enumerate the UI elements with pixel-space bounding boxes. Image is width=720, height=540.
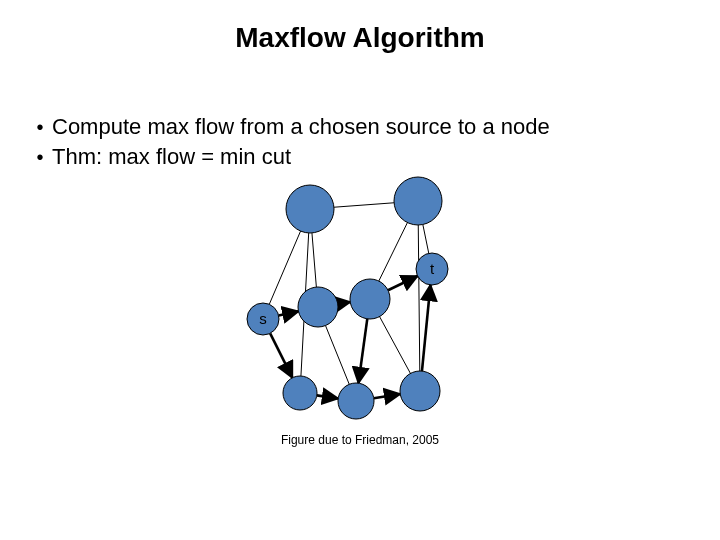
- graph-edge: [380, 317, 411, 374]
- graph-edge: [317, 396, 338, 399]
- graph-edge: [269, 231, 300, 304]
- slide-title: Maxflow Algorithm: [0, 22, 720, 54]
- graph-edge: [312, 233, 316, 287]
- figure-caption: Figure due to Friedman, 2005: [0, 433, 720, 447]
- graph-node-botL: [283, 376, 317, 410]
- graph-edge: [338, 302, 350, 304]
- bullet-text: Thm: max flow = min cut: [52, 142, 291, 172]
- graph-node-botM: [338, 383, 374, 419]
- graph-edge: [270, 334, 292, 378]
- bullet-item: • Thm: max flow = min cut: [28, 142, 720, 172]
- graph-edge: [388, 276, 418, 290]
- graph-node-midL: [298, 287, 338, 327]
- bullet-list: • Compute max flow from a chosen source …: [28, 112, 720, 171]
- graph-edge: [423, 225, 429, 254]
- node-label-s: s: [259, 310, 267, 327]
- graph-node-botR: [400, 371, 440, 411]
- figure-area: st Figure due to Friedman, 2005: [0, 171, 720, 451]
- bullet-text: Compute max flow from a chosen source to…: [52, 112, 550, 142]
- graph-edge: [279, 312, 299, 316]
- graph-node-topR: [394, 177, 442, 225]
- bullet-dot-icon: •: [28, 114, 52, 141]
- graph-node-midR: [350, 279, 390, 319]
- graph-edge: [325, 326, 349, 385]
- graph-node-topL: [286, 185, 334, 233]
- bullet-item: • Compute max flow from a chosen source …: [28, 112, 720, 142]
- graph-edge: [358, 319, 367, 383]
- graph-edge: [379, 223, 408, 281]
- graph-edge: [374, 394, 400, 398]
- graph-edge: [418, 225, 420, 371]
- graph-edge: [334, 203, 394, 207]
- graph-svg: st: [0, 171, 720, 451]
- graph-edge: [422, 285, 430, 371]
- graph-nodes: st: [247, 177, 448, 419]
- bullet-dot-icon: •: [28, 144, 52, 171]
